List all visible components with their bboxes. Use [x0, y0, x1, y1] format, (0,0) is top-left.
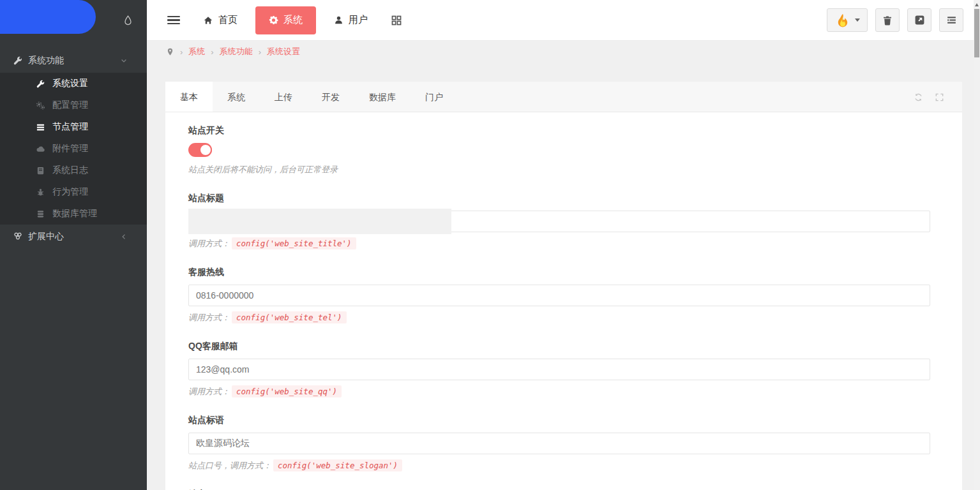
site-slogan-input[interactable] [188, 433, 930, 454]
sidebar-item-label: 数据库管理 [52, 208, 97, 219]
site-tel-input[interactable] [188, 285, 930, 306]
code-snippet: config('web_site_tel') [232, 311, 347, 323]
location-pin-icon [166, 47, 174, 57]
field-help: 调用方式：config('web_site_qq') [188, 386, 930, 397]
breadcrumb-separator: › [211, 47, 213, 57]
user-icon [334, 15, 343, 25]
toggle-knob [199, 144, 212, 156]
sidebar-item-label: 节点管理 [52, 121, 88, 133]
breadcrumb-link-system[interactable]: 系统 [188, 46, 205, 57]
tab-database[interactable]: 数据库 [354, 82, 411, 112]
topbar-nav: 首页 系统 用户 [190, 0, 412, 41]
external-link-button[interactable] [907, 8, 931, 32]
hamburger-menu-icon[interactable] [167, 14, 180, 27]
field-help: 调用方式：config('web_site_title') [188, 238, 930, 249]
help-prefix: 调用方式： [188, 313, 230, 322]
sidebar-item-label: 附件管理 [52, 143, 88, 154]
sidebar-item-label: 系统日志 [52, 165, 88, 176]
field-help: 站点口号，调用方式：config('web_site_slogan') [188, 460, 930, 471]
topbar-actions [827, 8, 963, 32]
theme-dropdown-button[interactable] [827, 8, 868, 32]
gear-icon [269, 15, 278, 25]
nav-item-system[interactable]: 系统 [255, 6, 316, 34]
sidebar-item-label: 行为管理 [52, 186, 88, 198]
field-site-title: 站点标题 调用方式：config('web_site_title') [188, 193, 930, 249]
breadcrumb: › 系统 › 系统功能 › 系统设置 [147, 41, 974, 63]
sidebar-nav: 系统功能 系统设置 配置管理 节点管理 [0, 48, 147, 249]
refresh-icon[interactable] [914, 93, 923, 102]
tab-develop[interactable]: 开发 [307, 82, 354, 112]
sidebar-item-config-management[interactable]: 配置管理 [0, 94, 147, 116]
tab-upload[interactable]: 上传 [260, 82, 307, 112]
redaction-overlay [188, 209, 451, 234]
sidebar-item-attachment-management[interactable]: 附件管理 [0, 138, 147, 160]
database-icon [36, 209, 45, 219]
nav-item-label: 用户 [349, 14, 368, 26]
wrench-icon [36, 79, 45, 89]
field-site-switch: 站点开关 站点关闭后将不能访问，后台可正常登录 [188, 125, 930, 175]
sidebar-section-system-functions[interactable]: 系统功能 [0, 48, 147, 73]
sidebar-section-label: 扩展中心 [28, 231, 64, 242]
bug-icon [36, 188, 45, 197]
sidebar-item-behavior-management[interactable]: 行为管理 [0, 181, 147, 203]
sidebar-item-node-management[interactable]: 节点管理 [0, 116, 147, 138]
list-lines-button[interactable] [939, 8, 963, 32]
field-site-qq: QQ客服邮箱 调用方式：config('web_site_qq') [188, 341, 930, 397]
sidebar: 系统功能 系统设置 配置管理 节点管理 [0, 0, 147, 490]
code-snippet: config('web_site_title') [232, 237, 356, 249]
breadcrumb-link-site-settings[interactable]: 系统设置 [267, 46, 300, 57]
field-label: 客服热线 [188, 267, 930, 278]
settings-panel: 基本 系统 上传 开发 数据库 门户 站点开关 站点关闭后将不能访问，后台可正常… [165, 82, 962, 490]
logo-blob [0, 0, 96, 34]
help-prefix: 站点口号，调用方式： [188, 461, 271, 470]
settings-form: 站点开关 站点关闭后将不能访问，后台可正常登录 站点标题 调用方式：config… [165, 112, 962, 490]
cloud-icon [36, 144, 45, 154]
home-icon [203, 15, 213, 26]
field-label: 站点标语 [188, 415, 930, 426]
nav-item-label: 系统 [283, 14, 303, 26]
field-help: 调用方式：config('web_site_tel') [188, 312, 930, 323]
flame-icon [835, 12, 850, 29]
sidebar-item-database-management[interactable]: 数据库管理 [0, 203, 147, 225]
sidebar-item-system-logs[interactable]: 系统日志 [0, 160, 147, 181]
nav-item-label: 首页 [218, 14, 237, 26]
water-drop-icon [123, 14, 133, 27]
site-switch-toggle[interactable] [188, 143, 212, 157]
sidebar-item-label: 配置管理 [52, 100, 88, 111]
sidebar-section-extension-center[interactable]: 扩展中心 [0, 225, 147, 249]
caret-down-icon [855, 19, 860, 22]
fullscreen-icon[interactable] [935, 93, 944, 102]
book-icon [36, 166, 45, 175]
code-snippet: config('web_site_slogan') [273, 459, 402, 471]
field-label: 站点标题 [188, 193, 930, 204]
tab-basic[interactable]: 基本 [165, 82, 213, 112]
site-qq-input[interactable] [188, 359, 930, 380]
sidebar-item-label: 系统设置 [52, 78, 88, 89]
chevron-left-icon [120, 233, 130, 241]
chevron-down-icon [120, 57, 130, 64]
breadcrumb-separator: › [259, 47, 261, 57]
trash-button[interactable] [875, 8, 900, 32]
tab-portal[interactable]: 门户 [411, 82, 458, 112]
breadcrumb-link-system-functions[interactable]: 系统功能 [220, 46, 253, 57]
page-scrollbar[interactable] [974, 0, 980, 490]
apps-grid-icon[interactable] [381, 0, 412, 41]
scrollbar-up-arrow-icon[interactable] [975, 3, 979, 6]
nav-item-home[interactable]: 首页 [190, 0, 250, 41]
wrench-icon [13, 56, 23, 66]
tab-system[interactable]: 系统 [213, 82, 260, 112]
sidebar-item-site-settings[interactable]: 系统设置 [0, 73, 147, 94]
code-snippet: config('web_site_qq') [232, 385, 342, 397]
panel-tools [914, 82, 944, 112]
breadcrumb-separator: › [180, 47, 183, 57]
scrollbar-thumb[interactable] [974, 9, 979, 57]
nav-item-users[interactable]: 用户 [321, 0, 381, 41]
hexagons-icon [13, 232, 23, 242]
field-site-tel: 客服热线 调用方式：config('web_site_tel') [188, 267, 930, 323]
help-prefix: 调用方式： [188, 387, 230, 396]
field-label: 站点开关 [188, 125, 930, 137]
sidebar-submenu: 系统设置 配置管理 节点管理 附件管理 [0, 73, 147, 225]
tab-bar: 基本 系统 上传 开发 数据库 门户 [165, 82, 962, 112]
cogs-icon [36, 101, 45, 110]
list-icon [36, 122, 45, 132]
